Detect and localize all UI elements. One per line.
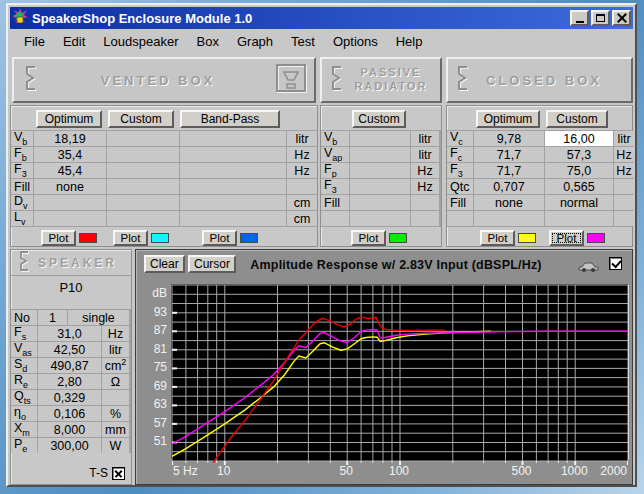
passive-mode-buttons: Custom	[321, 108, 441, 130]
param-label: Qtc	[447, 179, 473, 194]
minimize-button[interactable]	[570, 10, 589, 26]
param-unit	[614, 179, 634, 194]
app-icon	[12, 8, 28, 28]
param-value	[180, 179, 286, 194]
param-label: F3	[447, 163, 473, 178]
menu-item-options[interactable]: Options	[325, 31, 386, 52]
speaker-param-unit: cm2	[102, 358, 129, 373]
y-tick-label: 75	[154, 360, 167, 374]
param-value	[180, 163, 286, 178]
graph-checkbox[interactable]	[609, 257, 622, 270]
x-tick-label: 1000	[561, 464, 588, 478]
vented-box-header: VENTED BOX	[12, 57, 316, 103]
car-icon[interactable]	[577, 258, 600, 276]
menu-item-loudspeaker[interactable]: Loudspeaker	[95, 31, 186, 52]
ts-checkbox[interactable]	[112, 467, 125, 480]
y-tick-label: 81	[154, 342, 167, 356]
param-label: Fc	[447, 147, 473, 162]
speaker-param-value: 2,80	[38, 374, 101, 389]
vented-optimum-button[interactable]: Optimum	[36, 110, 102, 128]
menu-item-box[interactable]: Box	[189, 31, 227, 52]
minimize-icon	[576, 21, 584, 23]
param-value: 9,78	[474, 131, 544, 146]
maximize-icon	[596, 14, 605, 22]
menu-item-test[interactable]: Test	[283, 31, 323, 52]
param-value	[180, 147, 286, 162]
app-window: SpeakerShop Enclosure Module 1.0 FileEdi…	[6, 3, 637, 487]
menu-item-help[interactable]: Help	[388, 31, 431, 52]
maximize-button[interactable]	[591, 10, 610, 26]
param-unit: Hz	[287, 163, 317, 178]
param-label: Fp	[321, 163, 349, 178]
param-unit: cm	[287, 211, 317, 226]
param-label: Vb	[11, 131, 33, 146]
speaker-param-unit	[102, 390, 129, 405]
speaker-param-label: Xm	[11, 422, 37, 437]
vented-plot-button[interactable]: Plot	[113, 230, 149, 246]
speaker-panel: SPEAKER P10 No1single1singleFs31,0HzVas4…	[10, 249, 132, 485]
speaker-param-label: Pe	[11, 438, 37, 453]
y-axis-unit-label: dB	[152, 286, 167, 300]
plot-button-group: Plot	[543, 230, 611, 246]
closed-optimum-button[interactable]: Optimum	[476, 110, 540, 128]
param-unit	[614, 195, 634, 210]
plot-color-chip	[151, 233, 169, 243]
menu-bar: FileEditLoudspeakerBoxGraphTestOptionsHe…	[10, 29, 633, 53]
param-value: normal	[545, 195, 613, 210]
closed-custom-button[interactable]: Custom	[546, 110, 608, 128]
param-value: none	[474, 195, 544, 210]
vented-bandpass-button[interactable]: Band-Pass	[180, 110, 280, 128]
speaker-model-name[interactable]: P10	[11, 276, 131, 310]
speaker-param-label: Re	[11, 374, 37, 389]
param-value	[180, 131, 286, 146]
menu-item-graph[interactable]: Graph	[229, 31, 281, 52]
param-value: none	[34, 179, 106, 194]
speaker-icon	[17, 250, 32, 276]
speaker-mode-value[interactable]: single	[68, 310, 129, 325]
param-value	[180, 195, 286, 210]
ts-label: T-S	[89, 466, 108, 480]
closed-plot-button[interactable]: Plot	[480, 230, 516, 246]
plot-button-group: Plot	[473, 230, 543, 246]
plot-button-group: Plot	[177, 230, 283, 246]
param-unit: Hz	[411, 163, 439, 178]
param-value	[107, 147, 179, 162]
param-value: 75,0	[545, 163, 613, 178]
window-content: VENTED BOX PASSIVE RADIATOR	[10, 53, 633, 487]
amplitude-plot[interactable]	[171, 284, 629, 460]
param-value	[350, 147, 410, 162]
cursor-button[interactable]: Cursor	[188, 255, 236, 273]
title-bar[interactable]: SpeakerShop Enclosure Module 1.0	[10, 7, 633, 29]
close-icon	[617, 13, 627, 23]
param-label: Fill	[11, 179, 33, 194]
passive-custom-button[interactable]: Custom	[352, 110, 406, 128]
vented-plot-button[interactable]: Plot	[41, 230, 77, 246]
vented-plot-row: PlotPlotPlot	[11, 227, 317, 249]
menu-item-file[interactable]: File	[16, 31, 53, 52]
speaker-section-icon	[454, 63, 472, 97]
param-value: 0,707	[474, 179, 544, 194]
x-axis-labels: 5 Hz105010050010002000	[136, 464, 634, 480]
y-tick-label: 57	[154, 416, 167, 430]
param-label: F3	[321, 179, 349, 194]
passive-radiator-panel: CustomVblitrVaplitrFpHzF3HzFillPlot	[320, 105, 442, 247]
param-label: Vc	[447, 131, 473, 146]
param-value[interactable]: 16,00	[545, 131, 613, 146]
param-unit: litr	[411, 131, 439, 146]
param-value	[350, 163, 410, 178]
close-button[interactable]	[612, 10, 631, 26]
plot-button-group: Plot	[33, 230, 105, 246]
passive-plot-button[interactable]: Plot	[351, 230, 387, 246]
param-unit: litr	[614, 131, 634, 146]
speaker-param-unit: mm	[102, 422, 129, 437]
passive-radiator-header: PASSIVE RADIATOR	[320, 57, 442, 103]
closed-plot-button[interactable]: Plot	[549, 230, 585, 246]
closed-mode-buttons: OptimumCustom	[447, 108, 632, 130]
vented-plot-button[interactable]: Plot	[202, 230, 238, 246]
param-value	[107, 211, 179, 226]
vented-custom-button[interactable]: Custom	[108, 110, 174, 128]
param-label: Fb	[11, 147, 33, 162]
param-unit	[287, 179, 317, 194]
param-value	[34, 195, 106, 210]
menu-item-edit[interactable]: Edit	[55, 31, 93, 52]
